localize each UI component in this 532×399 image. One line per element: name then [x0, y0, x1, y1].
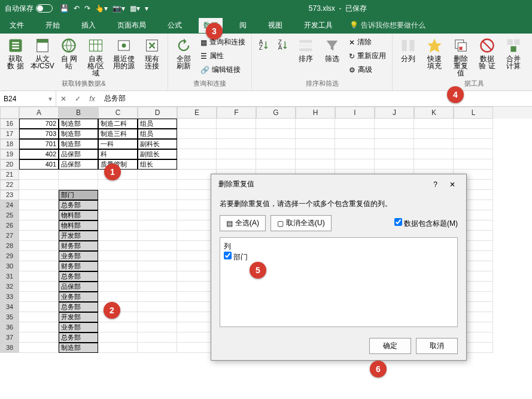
text-to-columns-button[interactable]: 分列: [396, 36, 420, 78]
cell[interactable]: [98, 220, 138, 231]
get-data-button[interactable]: 获取数 据: [4, 36, 28, 78]
cell[interactable]: 财务部: [59, 261, 98, 271]
cell[interactable]: [98, 332, 138, 343]
camera-icon[interactable]: 📷▾: [113, 4, 125, 13]
advanced-filter-button[interactable]: ⚙ 高级: [346, 64, 388, 76]
column-header[interactable]: I: [335, 107, 375, 119]
row-header[interactable]: 20: [0, 159, 19, 170]
row-header[interactable]: 35: [0, 312, 19, 322]
row-header[interactable]: 30: [0, 261, 19, 271]
cell[interactable]: [19, 190, 59, 200]
cell[interactable]: [256, 129, 296, 139]
tab-dev[interactable]: 开发工具: [299, 18, 338, 33]
refresh-all-button[interactable]: 全部刷新: [172, 36, 196, 76]
cell[interactable]: [98, 251, 138, 261]
row-header[interactable]: 24: [0, 200, 19, 210]
consolidate-button[interactable]: 合并计算: [501, 36, 525, 78]
cell[interactable]: [98, 210, 138, 220]
row-header[interactable]: 23: [0, 190, 19, 200]
cell[interactable]: 总务部: [59, 332, 98, 343]
cell[interactable]: [98, 322, 138, 332]
cell[interactable]: 开发部: [59, 312, 98, 322]
tab-review[interactable]: 阅: [235, 18, 251, 33]
cell[interactable]: [19, 261, 59, 271]
column-header[interactable]: B: [59, 107, 98, 119]
cell[interactable]: 品保部: [59, 149, 98, 159]
cell[interactable]: [296, 149, 335, 159]
cell[interactable]: [217, 119, 256, 129]
cell[interactable]: [138, 282, 177, 292]
cell[interactable]: [19, 312, 59, 322]
close-icon[interactable]: ✕: [446, 180, 459, 189]
cell[interactable]: [296, 159, 335, 170]
recent-sources-button[interactable]: 最近使 用的源: [111, 36, 138, 78]
cell[interactable]: 总务部: [59, 200, 98, 210]
row-header[interactable]: 38: [0, 343, 19, 353]
has-header-checkbox[interactable]: 数据包含标题(M): [394, 218, 458, 229]
tab-file[interactable]: 文件: [5, 18, 29, 33]
cell[interactable]: 财务部: [59, 241, 98, 251]
cell[interactable]: [296, 119, 335, 129]
cell[interactable]: [19, 241, 59, 251]
column-header[interactable]: L: [454, 107, 493, 119]
from-web-button[interactable]: 自 网站: [57, 36, 81, 78]
cell[interactable]: [138, 210, 177, 220]
cell[interactable]: [414, 139, 454, 149]
cell[interactable]: [177, 129, 217, 139]
autosave-switch[interactable]: 自动保存: [5, 4, 53, 14]
undo-icon[interactable]: ↶: [74, 4, 80, 13]
cell[interactable]: [454, 159, 493, 170]
cell[interactable]: [19, 322, 59, 332]
cell[interactable]: [177, 159, 217, 170]
column-header[interactable]: F: [217, 107, 256, 119]
cell[interactable]: [138, 231, 177, 241]
cancel-button[interactable]: 取消: [416, 338, 458, 354]
remove-duplicates-button[interactable]: 删除 重复值: [449, 36, 473, 78]
cell[interactable]: [138, 180, 177, 190]
cell[interactable]: [19, 332, 59, 343]
row-header[interactable]: 32: [0, 282, 19, 292]
cell[interactable]: [375, 159, 414, 170]
cell[interactable]: 组员: [138, 119, 177, 129]
cell[interactable]: [19, 251, 59, 261]
row-header[interactable]: 26: [0, 220, 19, 231]
cell[interactable]: [256, 119, 296, 129]
cell[interactable]: [138, 271, 177, 282]
fx-icon[interactable]: fx: [85, 95, 99, 103]
properties-button[interactable]: ☰ 属性: [198, 50, 248, 62]
columns-listbox[interactable]: 列 部门: [220, 237, 458, 327]
cell[interactable]: [19, 210, 59, 220]
cell[interactable]: [217, 159, 256, 170]
cell[interactable]: 物料部: [59, 210, 98, 220]
cell[interactable]: [59, 170, 98, 180]
cell[interactable]: 业务部: [59, 322, 98, 332]
cell[interactable]: [375, 129, 414, 139]
cell[interactable]: 制造二科: [98, 119, 138, 129]
touch-mode-icon[interactable]: 👆▾: [95, 4, 108, 13]
row-header[interactable]: 17: [0, 129, 19, 139]
cell[interactable]: 制造三科: [98, 129, 138, 139]
cell[interactable]: [177, 139, 217, 149]
cell[interactable]: [19, 282, 59, 292]
reapply-button[interactable]: ↻ 重新应用: [346, 50, 388, 62]
cell[interactable]: [414, 129, 454, 139]
cell[interactable]: [335, 129, 375, 139]
cell[interactable]: 副科长: [138, 139, 177, 149]
cell[interactable]: 部门: [59, 190, 98, 200]
cell[interactable]: 品保部: [59, 282, 98, 292]
column-header[interactable]: J: [375, 107, 414, 119]
cell[interactable]: 品保部: [59, 159, 98, 170]
cell[interactable]: [98, 180, 138, 190]
cell[interactable]: 制造部: [59, 343, 98, 353]
data-validation-button[interactable]: 数据验 证: [475, 36, 499, 78]
tab-formulas[interactable]: 公式: [163, 18, 187, 33]
cell[interactable]: 开发部: [59, 231, 98, 241]
cell[interactable]: [177, 149, 217, 159]
cell[interactable]: [454, 149, 493, 159]
cell[interactable]: [19, 170, 59, 180]
existing-conn-button[interactable]: 现有 连接: [140, 36, 164, 78]
cell[interactable]: [138, 170, 177, 180]
flash-fill-button[interactable]: 快速填充: [422, 36, 446, 78]
cell[interactable]: 一科: [98, 139, 138, 149]
cell[interactable]: [138, 200, 177, 210]
